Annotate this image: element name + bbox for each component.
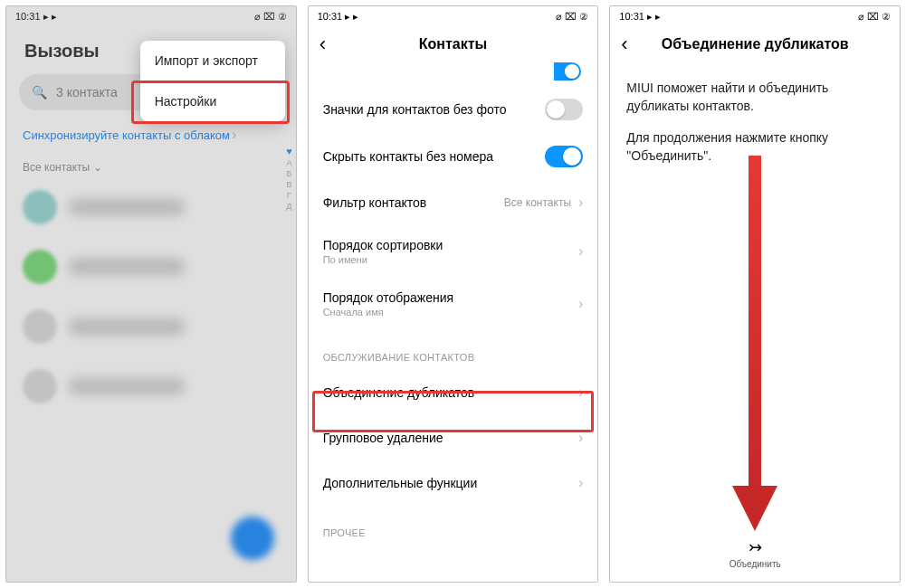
row-sort-order[interactable]: Порядок сортировки По имени ›	[309, 225, 598, 278]
row-display-order[interactable]: Порядок отображения Сначала имя ›	[309, 278, 598, 330]
chevron-right-icon: ›	[578, 243, 583, 260]
chevron-right-icon: ›	[578, 194, 583, 211]
contact-row[interactable]	[19, 237, 283, 297]
toggle-on[interactable]	[545, 146, 583, 167]
merge-icon: ↣	[749, 537, 762, 557]
heart-icon: ♥	[286, 146, 292, 156]
row-extra-functions[interactable]: Дополнительные функции ›	[309, 460, 598, 506]
description-text: MIUI поможет найти и объединить дубликат…	[610, 62, 900, 165]
chevron-right-icon: ›	[578, 296, 583, 312]
menu-settings[interactable]: Настройки	[140, 81, 285, 121]
contact-name-blurred	[68, 377, 186, 395]
phone-screen-1: 10:31 ▸ ▸ ⌀ ⌧ ② Вызовы 🔍 3 контакта Синх…	[5, 5, 297, 583]
chevron-right-icon: ›	[232, 127, 236, 143]
contact-name-blurred	[68, 198, 186, 216]
page-title: Объединение дубликатов	[610, 36, 900, 52]
avatar	[23, 190, 57, 224]
contact-row[interactable]	[19, 356, 283, 416]
row-group-delete[interactable]: Групповое удаление ›	[309, 415, 598, 460]
page-title: Контакты	[309, 36, 598, 52]
status-bar: 10:31 ▸ ▸ ⌀ ⌧ ②	[309, 6, 598, 26]
contact-name-blurred	[68, 318, 186, 336]
svg-marker-1	[732, 486, 777, 531]
row-merge-duplicates[interactable]: Объединение дубликатов ›	[309, 370, 598, 415]
fab-add-contact[interactable]	[231, 517, 274, 560]
chevron-down-icon: ⌄	[93, 161, 102, 174]
phone-screen-2: 10:31 ▸ ▸ ⌀ ⌧ ② ‹ Контакты Значки для ко…	[308, 5, 599, 583]
page-header: ‹ Контакты	[309, 26, 598, 62]
row-icons-no-photo[interactable]: Значки для контактов без фото	[309, 86, 598, 133]
sync-cloud-link[interactable]: Синхронизируйте контакты с облаком ›	[23, 127, 280, 143]
status-icons: ⌀ ⌧ ②	[858, 11, 891, 23]
overflow-menu: Импорт и экспорт Настройки	[140, 41, 285, 121]
back-button[interactable]: ‹	[319, 34, 345, 54]
chevron-right-icon: ›	[578, 430, 583, 446]
svg-rect-0	[749, 156, 761, 490]
row-hide-no-number[interactable]: Скрыть контакты без номера	[309, 133, 598, 180]
alpha-index[interactable]: ♥ А Б В Г Д	[286, 146, 292, 211]
all-contacts-filter[interactable]: Все контакты ⌄	[23, 161, 280, 174]
status-time: 10:31 ▸ ▸	[318, 11, 359, 23]
page-header: ‹ Объединение дубликатов	[610, 26, 900, 62]
status-icons: ⌀ ⌧ ②	[556, 11, 588, 23]
menu-import-export[interactable]: Импорт и экспорт	[140, 41, 285, 81]
status-time: 10:31 ▸ ▸	[619, 11, 661, 23]
contact-row[interactable]	[19, 177, 283, 237]
toggle-partial[interactable]	[554, 62, 581, 81]
search-icon: 🔍	[32, 85, 47, 100]
toggle-off[interactable]	[545, 99, 583, 120]
annotation-arrow	[728, 156, 782, 536]
avatar	[23, 309, 57, 344]
status-time: 10:31 ▸ ▸	[15, 11, 57, 23]
phone-screen-3: 10:31 ▸ ▸ ⌀ ⌧ ② ‹ Объединение дубликатов…	[609, 5, 901, 583]
contact-row[interactable]	[19, 297, 283, 356]
avatar	[23, 250, 57, 284]
contact-name-blurred	[68, 258, 186, 276]
row-filter-contacts[interactable]: Фильтр контактов Все контакты ›	[309, 180, 598, 225]
section-other: ПРОЧЕЕ	[309, 506, 598, 545]
chevron-right-icon: ›	[578, 475, 583, 491]
merge-button[interactable]: ↣ Объединить	[610, 530, 900, 574]
back-button[interactable]: ‹	[621, 34, 646, 54]
status-icons: ⌀ ⌧ ②	[254, 11, 287, 23]
chevron-right-icon: ›	[578, 384, 583, 401]
status-bar: 10:31 ▸ ▸ ⌀ ⌧ ②	[610, 6, 900, 26]
avatar	[23, 369, 57, 403]
search-placeholder: 3 контакта	[56, 85, 118, 100]
status-bar: 10:31 ▸ ▸ ⌀ ⌧ ②	[6, 6, 296, 26]
section-maintenance: ОБСЛУЖИВАНИЕ КОНТАКТОВ	[309, 330, 598, 370]
